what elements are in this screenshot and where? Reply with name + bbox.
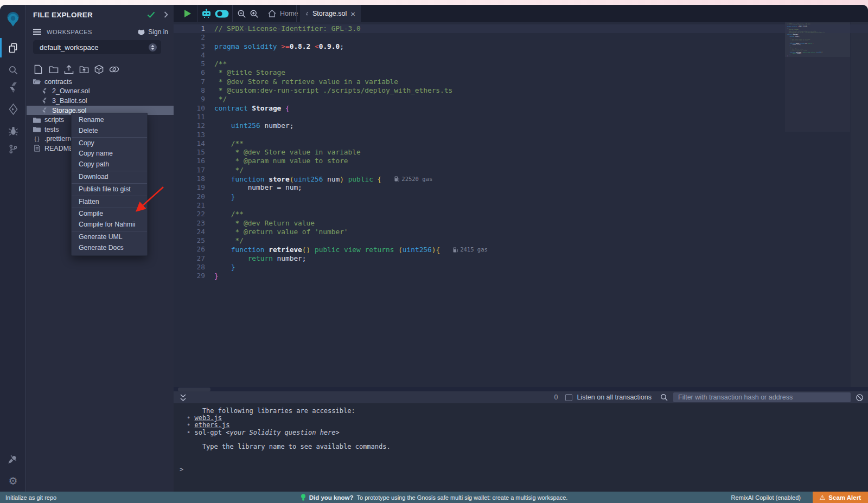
remix-ide-window: ⚙ FILE EXPLORER WORKSPACES Sign in <box>0 5 868 503</box>
folder-open-icon <box>33 79 41 85</box>
library-link[interactable]: web3.js <box>194 414 222 422</box>
ipfs-box-icon[interactable] <box>94 64 104 74</box>
context-menu-item-compile-for-nahmii[interactable]: Compile for Nahmii <box>72 220 147 230</box>
code-line-16: 16 * @param num value to store <box>174 157 868 165</box>
code-editor[interactable]: 1// SPDX-License-Identifier: GPL-3.023pr… <box>174 22 868 387</box>
context-menu-item-download[interactable]: Download <box>72 172 147 183</box>
link-icon[interactable] <box>109 64 119 74</box>
tree-item-contracts[interactable]: contracts <box>27 77 174 87</box>
copilot-status[interactable]: RemixAI Copilot (enabled) <box>731 494 801 501</box>
file-explorer-toolbar <box>33 64 119 74</box>
warning-icon: ⚠ <box>820 494 826 501</box>
context-menu-divider <box>72 208 147 208</box>
code-line-7: 7 * @dev Store & retrieve value in a var… <box>174 78 868 86</box>
code-line-24: 24 * @return value of 'number' <box>174 228 868 236</box>
solidity-icon <box>41 98 48 104</box>
terminal-output[interactable]: The following libraries are accessible:•… <box>174 403 868 492</box>
library-link[interactable]: ethers.js <box>194 421 229 429</box>
main-area: Home Storage.sol × 1// SPDX-License-Iden… <box>174 5 868 492</box>
settings-gear-icon[interactable]: ⚙ <box>0 472 26 490</box>
sign-in-button[interactable]: Sign in <box>137 28 168 36</box>
file-text-icon <box>33 145 41 152</box>
code-line-29: 29} <box>174 272 868 280</box>
code-line-6: 6 * @title Storage <box>174 68 868 77</box>
terminal-toolbar: 0 Listen on all transactions <box>174 391 868 403</box>
terminal-search-icon[interactable] <box>660 394 668 401</box>
context-menu-item-copy-path[interactable]: Copy path <box>72 159 147 170</box>
status-bar: Initialize as git repo Did you know? To … <box>0 492 868 503</box>
scam-alert-badge[interactable]: ⚠ Scam Alert <box>813 492 868 503</box>
context-menu-divider <box>72 171 147 171</box>
upload-folder-icon[interactable] <box>79 64 89 74</box>
code-line-21: 21 <box>174 201 868 210</box>
context-menu-divider <box>72 137 147 138</box>
tree-item-label: contracts <box>44 78 72 86</box>
editor-minimap[interactable]: 1// SPDX-License-Identifier: GPL-3.023pr… <box>785 23 850 132</box>
close-tab-icon[interactable]: × <box>350 9 355 18</box>
file-explorer-icon[interactable] <box>0 38 26 57</box>
zoom-out-icon[interactable] <box>235 5 248 22</box>
tree-item-label: 2_Owner.sol <box>52 87 90 95</box>
code-line-14: 14 /** <box>174 139 868 148</box>
context-menu-item-publish-file-to-gist[interactable]: Publish file to gist <box>72 184 147 195</box>
code-line-15: 15 * @dev Store value in variable <box>174 148 868 157</box>
tree-item-3-ballot-sol[interactable]: 3_Ballot.sol <box>27 96 174 106</box>
tab-home[interactable]: Home <box>261 5 304 22</box>
ai-robot-icon[interactable] <box>200 5 212 22</box>
deploy-and-run-icon[interactable] <box>0 100 26 118</box>
code-line-18: 18 function store(uint256 num) public {2… <box>174 175 868 183</box>
context-menu-item-copy[interactable]: Copy <box>72 138 147 149</box>
tree-item-label: scripts <box>44 116 64 124</box>
debugger-icon[interactable] <box>0 121 26 140</box>
plugin-manager-icon[interactable] <box>0 450 26 469</box>
lightbulb-icon <box>301 494 306 501</box>
terminal-prompt[interactable]: > <box>174 466 868 473</box>
clear-console-icon[interactable] <box>856 394 864 402</box>
code-line-27: 27 return number; <box>174 254 868 263</box>
code-line-1: 1// SPDX-License-Identifier: GPL-3.0 <box>174 24 868 33</box>
copilot-toggle[interactable] <box>214 5 230 22</box>
code-line-10: 10contract Storage { <box>174 104 868 113</box>
context-menu-item-delete[interactable]: Delete <box>72 126 147 137</box>
listen-all-checkbox[interactable] <box>565 394 572 401</box>
code-line-13: 13 <box>174 131 868 139</box>
workspace-ok-check-icon <box>147 11 155 18</box>
horizontal-scrollbar[interactable] <box>178 388 210 391</box>
upload-file-icon[interactable] <box>63 64 74 74</box>
transaction-filter-input[interactable] <box>673 392 851 402</box>
code-line-23: 23 * @dev Return value <box>174 219 868 228</box>
gas-estimate: 22520 gas <box>394 175 432 183</box>
workspaces-label: WORKSPACES <box>47 29 92 35</box>
remix-logo-icon[interactable] <box>0 10 26 28</box>
git-icon[interactable] <box>0 140 26 158</box>
code-line-8: 8 * @custom:dev-run-script ./scripts/dep… <box>174 86 868 95</box>
panel-expand-chevron-icon[interactable] <box>164 11 168 18</box>
search-icon[interactable] <box>0 61 26 79</box>
code-line-29: 29} <box>785 55 850 56</box>
solidity-compiler-icon[interactable] <box>0 78 26 96</box>
run-script-play-icon[interactable] <box>181 5 194 22</box>
editor-bottom-edge <box>174 387 868 391</box>
code-line-5: 5/** <box>174 60 868 68</box>
new-file-icon[interactable] <box>33 64 43 74</box>
context-menu-item-generate-uml[interactable]: Generate UML <box>72 232 147 243</box>
context-menu-divider <box>72 183 147 184</box>
context-menu-item-copy-name[interactable]: Copy name <box>72 149 147 159</box>
terminal-expand-icon[interactable] <box>180 394 186 401</box>
tab-storage-sol[interactable]: Storage.sol × <box>300 5 361 22</box>
zoom-in-icon[interactable] <box>247 5 260 22</box>
workspace-select[interactable]: default_workspace <box>33 40 161 54</box>
context-menu-item-flatten[interactable]: Flatten <box>72 197 147 208</box>
gas-estimate: 2415 gas <box>453 245 488 254</box>
context-menu-divider <box>72 196 147 196</box>
context-menu-item-generate-docs[interactable]: Generate Docs <box>72 243 147 254</box>
workspaces-menu-icon[interactable] <box>33 29 41 35</box>
context-menu-item-rename[interactable]: Rename <box>72 115 147 126</box>
new-folder-icon[interactable] <box>48 64 59 74</box>
tree-item-2-owner-sol[interactable]: 2_Owner.sol <box>27 87 174 96</box>
listen-all-label: Listen on all transactions <box>577 394 652 401</box>
context-menu-item-compile[interactable]: Compile <box>72 209 147 220</box>
icon-rail: ⚙ <box>0 5 26 492</box>
code-line-12: 12 uint256 number; <box>174 121 868 130</box>
git-init-button[interactable]: Initialize as git repo <box>0 494 56 501</box>
